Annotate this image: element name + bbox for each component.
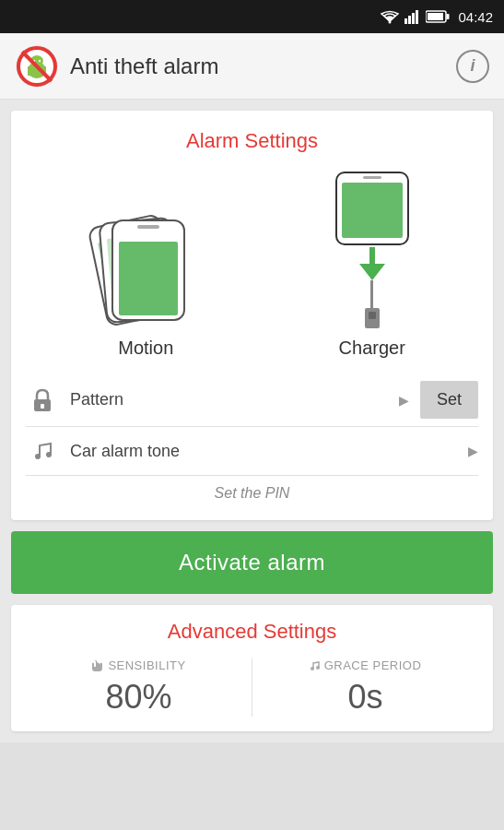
svg-rect-1 <box>404 18 407 24</box>
pattern-value: Pattern <box>70 390 388 409</box>
svg-rect-6 <box>447 14 450 19</box>
svg-point-13 <box>39 59 41 61</box>
lock-icon <box>26 384 59 417</box>
advanced-settings-card: Advanced Settings SENSIBILITY 80% <box>11 605 493 731</box>
charger-label: Charger <box>339 338 405 359</box>
app-bar: Anti theft alarm i <box>0 33 504 100</box>
sensibility-item[interactable]: SENSIBILITY 80% <box>26 658 252 717</box>
alarm-settings-title: Alarm Settings <box>26 129 478 153</box>
advanced-settings-title: Advanced Settings <box>26 620 478 644</box>
tone-value: Car alarm tone <box>70 442 457 461</box>
hand-icon <box>91 659 104 672</box>
pattern-triangle: ▶ <box>399 393 409 408</box>
battery-icon <box>426 10 450 23</box>
sensibility-value: 80% <box>105 678 171 717</box>
info-button[interactable]: i <box>456 50 489 83</box>
motion-label: Motion <box>118 338 173 359</box>
signal-icon <box>404 9 421 24</box>
svg-point-0 <box>389 21 392 24</box>
svg-point-21 <box>316 666 320 670</box>
grace-period-label: GRACE PERIOD <box>310 658 422 672</box>
wifi-icon <box>380 9 400 24</box>
status-time: 04:42 <box>458 9 493 25</box>
sensibility-label: SENSIBILITY <box>91 658 185 672</box>
tone-triangle: ▶ <box>468 444 478 458</box>
status-icons: 04:42 <box>380 9 493 25</box>
motion-icon <box>95 208 196 328</box>
grace-period-item[interactable]: GRACE PERIOD 0s <box>252 658 478 717</box>
svg-rect-2 <box>408 16 411 24</box>
alarm-settings-card: Alarm Settings <box>11 111 493 520</box>
pattern-row: Pattern ▶ Set <box>26 374 478 427</box>
music-note-small-icon <box>310 659 321 672</box>
app-icon <box>15 44 59 89</box>
svg-point-20 <box>311 667 314 670</box>
svg-point-18 <box>35 454 41 459</box>
grace-period-value: 0s <box>347 678 382 717</box>
svg-rect-7 <box>428 13 443 20</box>
advanced-row: SENSIBILITY 80% GRACE PERIOD 0s <box>26 658 478 717</box>
set-button[interactable]: Set <box>420 381 478 419</box>
svg-rect-4 <box>416 10 418 24</box>
motion-item[interactable]: Motion <box>95 208 196 359</box>
set-pin-text[interactable]: Set the PIN <box>26 476 478 505</box>
music-icon <box>26 434 59 468</box>
svg-rect-17 <box>41 404 44 409</box>
main-content: Alarm Settings <box>0 100 504 742</box>
tone-row: Car alarm tone ▶ <box>26 427 478 476</box>
svg-point-19 <box>46 452 52 457</box>
app-bar-title: Anti theft alarm <box>70 53 456 79</box>
svg-rect-3 <box>412 13 415 24</box>
alarm-icons-row: Motion <box>26 172 478 359</box>
status-bar: 04:42 <box>0 0 504 33</box>
charger-icon <box>335 172 409 328</box>
charger-item[interactable]: Charger <box>335 172 409 359</box>
activate-alarm-button[interactable]: Activate alarm <box>11 531 493 594</box>
